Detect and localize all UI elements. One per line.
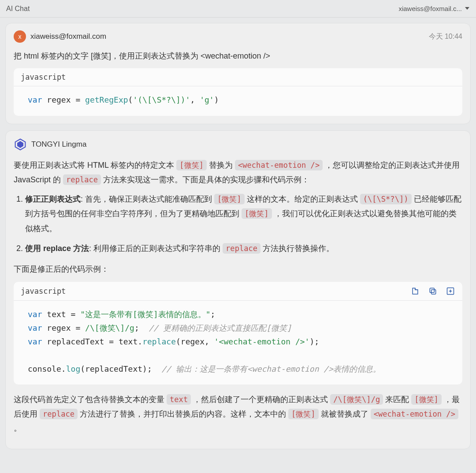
- insert-code-icon[interactable]: [410, 286, 420, 296]
- below-text: 下面是修正后的代码示例：: [14, 262, 462, 276]
- codeblock-body[interactable]: var regex = getRegExp('(\[\S*?\])', 'g'): [14, 86, 462, 116]
- user-message: x xiaweiss@foxmail.com 今天 10:44 把 html 标…: [5, 23, 471, 124]
- codeblock-body[interactable]: var text = "这是一条带有[微笑]表情的信息。"; var regex…: [14, 301, 462, 385]
- sender: TONGYI Lingma: [14, 138, 86, 151]
- user-message-text: 把 html 标签内的文字 [微笑]，使用正则表达式替换为 <wechat-em…: [14, 49, 462, 63]
- account-dropdown[interactable]: xiaweiss@foxmail.c...: [398, 5, 470, 12]
- message-header: x xiaweiss@foxmail.com 今天 10:44: [14, 30, 462, 43]
- app-title: AI Chat: [6, 5, 30, 13]
- ai-intro: 要使用正则表达式将 HTML 标签内的特定文本 [微笑] 替换为 <wechat…: [14, 158, 462, 187]
- outro-paragraph: 这段代码首先定义了包含待替换文本的变量 text ，然后创建了一个更精确的正则表…: [14, 392, 462, 435]
- inline-code: replace: [40, 409, 78, 419]
- inline-code: /\[微笑\]/g: [330, 394, 383, 405]
- inline-code: replace: [63, 174, 101, 185]
- inline-code: <wechat-emotion />: [235, 160, 323, 170]
- inline-code: [微笑]: [214, 194, 245, 204]
- user-avatar: x: [14, 30, 26, 43]
- chevron-down-icon: [465, 5, 470, 12]
- copy-icon[interactable]: [428, 286, 438, 296]
- message-header: TONGYI Lingma: [14, 138, 462, 151]
- step-2: 使用 replace 方法: 利用修正后的正则表达式和字符串的 replace …: [25, 241, 462, 256]
- user-prompt: 把 html 标签内的文字 [微笑]，使用正则表达式替换为 <wechat-em…: [14, 49, 462, 63]
- inline-code: text: [167, 394, 191, 405]
- code-lang: javascript: [21, 73, 66, 81]
- ai-codeblock: javascript var text = "这是一条带有[微笑]表情的信息。"…: [14, 282, 462, 385]
- svg-rect-3: [430, 288, 434, 292]
- inline-code: (\[\S*?\]): [360, 194, 412, 204]
- chat-panel: x xiaweiss@foxmail.com 今天 10:44 把 html 标…: [0, 18, 476, 455]
- sender-name: xiaweiss@foxmail.com: [30, 32, 106, 41]
- inline-code: <wechat-emotion />: [371, 409, 458, 419]
- svg-marker-1: [17, 141, 23, 148]
- inline-code: [微笑]: [176, 160, 207, 170]
- inline-code: [微笑]: [411, 394, 442, 405]
- code-lang: javascript: [21, 287, 66, 296]
- inline-code: replace: [223, 243, 260, 254]
- ai-outro: 这段代码首先定义了包含待替换文本的变量 text ，然后创建了一个更精确的正则表…: [14, 392, 462, 435]
- step-1: 修正正则表达式: 首先，确保正则表达式能准确匹配到 [微笑] 这样的文本。给定的…: [25, 192, 462, 236]
- ai-avatar-icon: [14, 138, 27, 151]
- codeblock-actions: [410, 286, 455, 296]
- add-icon[interactable]: [446, 286, 455, 296]
- account-email: xiaweiss@foxmail.c...: [398, 5, 462, 12]
- ai-message: TONGYI Lingma 要使用正则表达式将 HTML 标签内的特定文本 [微…: [5, 130, 471, 449]
- ai-message-body: 要使用正则表达式将 HTML 标签内的特定文本 [微笑] 替换为 <wechat…: [14, 158, 462, 276]
- timestamp: 今天 10:44: [429, 32, 462, 41]
- titlebar: AI Chat xiaweiss@foxmail.c...: [0, 0, 476, 18]
- user-codeblock: javascript var regex = getRegExp('(\[\S*…: [14, 68, 462, 116]
- sender-name: TONGYI Lingma: [31, 140, 86, 149]
- sender: x xiaweiss@foxmail.com: [14, 30, 106, 43]
- steps-list: 修正正则表达式: 首先，确保正则表达式能准确匹配到 [微笑] 这样的文本。给定的…: [14, 192, 462, 256]
- svg-rect-2: [431, 289, 436, 294]
- inline-code: [微笑]: [288, 409, 319, 419]
- codeblock-header: javascript: [14, 68, 462, 86]
- codeblock-header: javascript: [14, 282, 462, 301]
- inline-code: [微笑]: [242, 208, 272, 219]
